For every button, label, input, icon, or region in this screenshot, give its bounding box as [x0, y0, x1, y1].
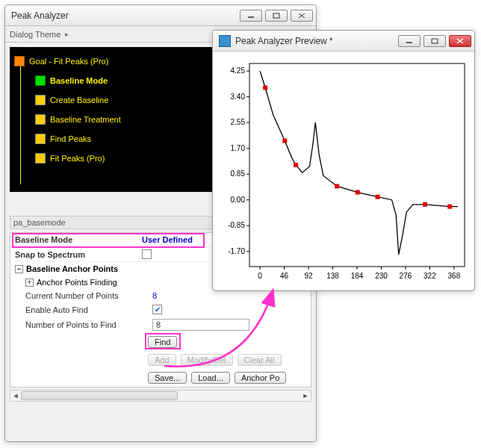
svg-text:0: 0: [258, 272, 262, 280]
enable-auto-checkbox[interactable]: ✔: [152, 305, 162, 314]
find-button[interactable]: Find: [148, 336, 177, 348]
svg-text:368: 368: [448, 272, 461, 280]
svg-text:276: 276: [400, 272, 412, 280]
svg-text:2.55: 2.55: [231, 118, 246, 126]
svg-text:0.85: 0.85: [231, 169, 246, 178]
svg-rect-50: [447, 205, 452, 209]
snap-label: Snap to Spectrum: [15, 250, 142, 259]
tree-node-icon: [35, 134, 46, 144]
anchor-header-label: Baseline Anchor Points: [26, 264, 118, 273]
svg-rect-46: [335, 184, 339, 188]
app-icon: [219, 35, 231, 47]
svg-rect-44: [282, 139, 287, 143]
minimize-button[interactable]: [240, 10, 262, 22]
load-button[interactable]: Load...: [191, 372, 230, 384]
tree-item-label: Baseline Mode: [50, 76, 108, 85]
svg-text:230: 230: [375, 272, 388, 280]
main-title: Peak Analyzer: [11, 10, 240, 21]
expand-icon[interactable]: +: [25, 279, 34, 287]
preview-titlebar[interactable]: Peak Analyzer Preview *: [213, 31, 474, 52]
tree-item-label: Fit Peaks (Pro): [50, 154, 105, 163]
svg-rect-47: [356, 190, 360, 195]
edit-row: Add Modify/Del Clear All: [21, 351, 311, 369]
preview-plot[interactable]: -1.70-0.850.000.851.702.553.404.25046921…: [218, 56, 472, 287]
svg-rect-48: [376, 195, 380, 199]
add-button[interactable]: Add: [148, 354, 176, 366]
maximize-button[interactable]: [265, 10, 288, 22]
save-button[interactable]: Save...: [148, 372, 187, 384]
svg-text:0.00: 0.00: [231, 196, 246, 204]
enable-auto-label: Enable Auto Find: [25, 305, 152, 314]
svg-text:322: 322: [423, 272, 436, 280]
svg-text:184: 184: [351, 272, 364, 280]
anchor-finding-label: Anchor Points Finding: [37, 278, 117, 287]
svg-text:-0.85: -0.85: [228, 221, 245, 229]
baseline-mode-dropdown[interactable]: User Defined: [142, 235, 193, 244]
current-points-value: 8: [152, 291, 157, 300]
svg-text:4.25: 4.25: [231, 66, 246, 75]
svg-rect-1: [273, 13, 279, 18]
current-points-label: Current Number of Points: [25, 291, 152, 300]
preview-maximize-button[interactable]: [423, 35, 446, 47]
clear-button[interactable]: Clear All: [238, 354, 282, 366]
anchor-group: + Anchor Points Finding Current Number o…: [10, 276, 311, 387]
find-row: Find: [21, 333, 311, 351]
num-to-find-row: Number of Points to Find 8: [21, 317, 311, 333]
svg-text:138: 138: [326, 272, 339, 280]
io-row: Save... Load... Anchor Po: [21, 369, 311, 387]
preview-body: -1.70-0.850.000.851.702.553.404.25046921…: [214, 52, 474, 290]
svg-text:92: 92: [304, 272, 313, 280]
scroll-left-icon[interactable]: ◄: [11, 391, 20, 400]
tree-node-icon: [35, 153, 46, 164]
horizontal-scrollbar[interactable]: ◄ ►: [10, 390, 311, 402]
preview-minimize-button[interactable]: [398, 35, 421, 47]
tree-item-label: Create Baseline: [50, 96, 108, 105]
tree-node-icon: [14, 56, 25, 66]
svg-rect-5: [432, 39, 438, 43]
dialog-theme-label: Dialog Theme: [10, 30, 60, 39]
svg-text:1.70: 1.70: [231, 144, 246, 152]
close-button[interactable]: [291, 10, 313, 22]
svg-rect-8: [249, 63, 465, 267]
num-to-find-input[interactable]: 8: [152, 319, 249, 331]
anchor-points-button[interactable]: Anchor Po: [235, 372, 286, 384]
preview-close-button[interactable]: [449, 35, 471, 47]
scrollbar-thumb[interactable]: [21, 391, 178, 400]
svg-rect-45: [294, 163, 298, 167]
enable-auto-row: Enable Auto Find ✔: [21, 302, 311, 317]
theme-menu-icon[interactable]: ▸: [65, 30, 69, 38]
tree-item-label: Find Peaks: [50, 134, 91, 143]
tree-node-icon: [35, 75, 46, 86]
preview-title: Peak Analyzer Preview *: [235, 36, 398, 46]
svg-text:46: 46: [280, 272, 289, 280]
baseline-mode-label: Baseline Mode: [15, 235, 142, 244]
svg-rect-43: [263, 85, 267, 90]
svg-text:-1.70: -1.70: [228, 247, 245, 255]
main-titlebar[interactable]: Peak Analyzer: [5, 5, 316, 26]
tree-item-label: Baseline Treatment: [50, 115, 121, 124]
modify-button[interactable]: Modify/Del: [181, 354, 233, 366]
svg-text:3.40: 3.40: [231, 93, 246, 101]
preview-window: Peak Analyzer Preview * -1.70-0.850.000.…: [212, 30, 475, 291]
tree-node-icon: [35, 95, 46, 105]
svg-rect-49: [423, 202, 427, 207]
scroll-right-icon[interactable]: ►: [301, 391, 310, 400]
expand-icon[interactable]: −: [15, 265, 23, 273]
num-to-find-label: Number of Points to Find: [25, 320, 152, 329]
tree-node-icon: [35, 114, 46, 125]
tree-root-label: Goal - Fit Peaks (Pro): [29, 57, 108, 66]
snap-checkbox[interactable]: [142, 249, 152, 259]
